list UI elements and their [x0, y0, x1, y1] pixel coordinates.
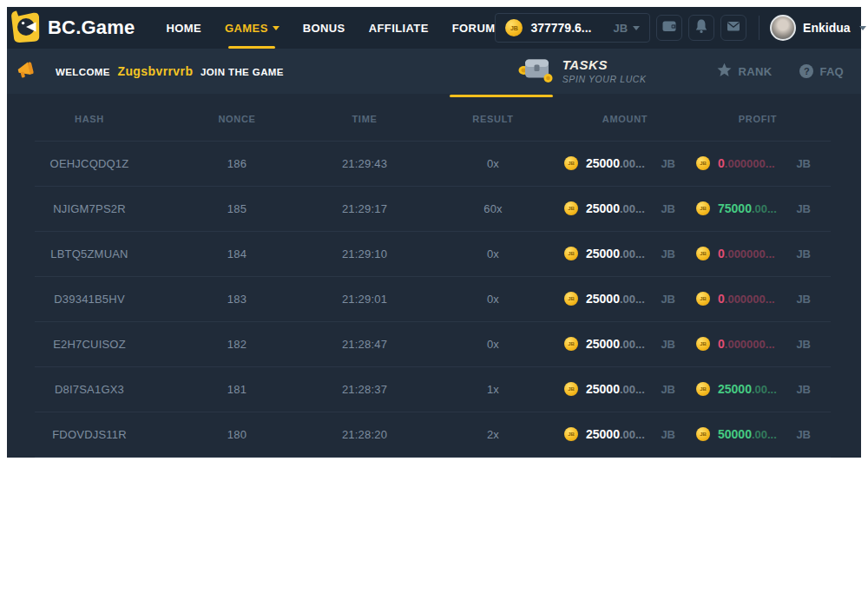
profit-cell: JB 0.000000... JB	[691, 291, 861, 306]
nav-item-affiliate[interactable]: AFFILIATE	[369, 7, 429, 49]
profit-main: 50000	[718, 427, 752, 441]
jb-coin-label: JB	[568, 251, 575, 256]
hash-cell: NJIGM7PS2R	[7, 202, 172, 215]
header-hash: HASH	[7, 114, 172, 124]
amount-value: 25000.00...	[586, 201, 645, 216]
amount-currency: JB	[661, 157, 675, 170]
jb-coin-icon: JB	[564, 382, 578, 396]
hash-cell: LBTQ5ZMUAN	[7, 247, 172, 260]
profit-currency: JB	[796, 383, 811, 396]
active-table-tab-indicator	[450, 95, 553, 97]
jb-coin-label: JB	[568, 296, 575, 301]
amount-decimals: .00...	[620, 202, 645, 215]
jb-coin-icon: JB	[696, 427, 710, 441]
main-menu: HOME GAMES BONUS AFFILIATE FORUM	[166, 7, 495, 49]
jb-coin-label: JB	[568, 161, 575, 166]
header-result: RESULT	[427, 114, 559, 124]
tasks-widget[interactable]: TASKS SPIN YOUR LUCK	[517, 55, 647, 88]
amount-decimals: .00...	[620, 338, 645, 351]
amount-currency: JB	[661, 293, 675, 306]
profit-value: 75000.00...	[718, 201, 777, 216]
jb-coin-icon: JB	[696, 247, 710, 260]
nonce-cell: 180	[172, 428, 302, 441]
wallet-button[interactable]	[656, 15, 682, 41]
hash-cell: D39341B5HV	[7, 293, 172, 306]
profit-main: 0	[718, 337, 725, 351]
nav-item-games[interactable]: GAMES	[225, 7, 279, 49]
amount-currency: JB	[661, 338, 675, 351]
header-amount: AMOUNT	[559, 114, 691, 124]
amount-currency: JB	[661, 247, 675, 260]
messages-button[interactable]	[720, 15, 746, 41]
nonce-cell: 183	[172, 293, 302, 306]
profit-cell: JB 75000.00... JB	[691, 201, 861, 216]
rank-button[interactable]: RANK	[716, 62, 773, 82]
envelope-icon	[725, 17, 742, 38]
chevron-down-icon	[273, 26, 279, 30]
nav-divider	[759, 16, 760, 40]
currency-label: JB	[613, 22, 628, 35]
amount-cell: JB 25000.00... JB	[559, 291, 691, 306]
notifications-button[interactable]	[688, 15, 714, 41]
hash-cell: OEHJCQDQ1Z	[7, 157, 172, 170]
profit-cell: JB 0.000000... JB	[691, 336, 861, 352]
amount-decimals: .00...	[620, 428, 645, 441]
welcome-username: Zugsbvrrvrb	[117, 64, 193, 78]
nonce-cell: 186	[172, 157, 302, 170]
brand-logo[interactable]: BC.Game	[10, 10, 135, 46]
username-label: Enkidua	[803, 21, 850, 35]
banner-actions: TASKS SPIN YOUR LUCK RANK ? FAQ	[517, 55, 849, 88]
jb-coin-label: JB	[700, 296, 707, 301]
amount-value: 25000.00...	[586, 381, 645, 397]
profit-decimals: .000000...	[725, 247, 775, 260]
table-row[interactable]: E2H7CUISOZ 182 21:28:47 0x JB 25000.00..…	[7, 321, 861, 366]
time-cell: 21:28:20	[302, 428, 427, 441]
nav-item-forum[interactable]: FORUM	[452, 7, 496, 49]
table-row[interactable]: NJIGM7PS2R 185 21:29:17 60x JB 25000.00.…	[7, 186, 861, 231]
nonce-cell: 184	[172, 247, 302, 260]
profit-currency: JB	[796, 293, 811, 306]
welcome-message: WELCOME Zugsbvrrvrb JOIN THE GAME	[16, 59, 284, 83]
profit-value: 0.000000...	[718, 336, 775, 352]
table-row[interactable]: LBTQ5ZMUAN 184 21:29:10 0x JB 25000.00..…	[7, 231, 861, 276]
profit-decimals: .000000...	[725, 338, 775, 351]
user-menu[interactable]: Enkidua	[770, 15, 865, 41]
jb-coin-label: JB	[568, 206, 575, 211]
table-row[interactable]: FDOVDJS11R 180 21:28:20 2x JB 25000.00..…	[7, 412, 861, 457]
jb-coin-label: JB	[700, 432, 707, 437]
amount-cell: JB 25000.00... JB	[559, 336, 691, 352]
profit-currency: JB	[796, 202, 811, 215]
tasks-title: TASKS	[562, 57, 647, 74]
table-row[interactable]: D8I7SA1GX3 181 21:28:37 1x JB 25000.00..…	[7, 366, 861, 412]
amount-main: 25000	[586, 156, 620, 170]
hash-cell: D8I7SA1GX3	[7, 383, 172, 396]
welcome-prefix: WELCOME	[56, 67, 110, 77]
amount-decimals: .00...	[620, 293, 645, 306]
welcome-suffix: JOIN THE GAME	[201, 67, 284, 77]
currency-dropdown[interactable]: JB	[613, 22, 640, 35]
jb-coin-icon: JB	[564, 427, 578, 441]
hash-cell: FDOVDJS11R	[7, 428, 172, 441]
jb-coin-icon: JB	[564, 292, 578, 306]
active-tab-underline	[228, 46, 275, 49]
bell-icon	[693, 17, 710, 38]
nav-item-home[interactable]: HOME	[166, 7, 201, 49]
profit-decimals: .000000...	[725, 293, 775, 306]
time-cell: 21:29:17	[302, 202, 427, 215]
table-rows: OEHJCQDQ1Z 186 21:29:43 0x JB 25000.00..…	[7, 141, 861, 458]
profit-currency: JB	[796, 428, 811, 441]
nav-item-bonus[interactable]: BONUS	[303, 7, 345, 49]
profit-main: 25000	[718, 382, 752, 396]
megaphone-icon	[16, 59, 38, 83]
table-row[interactable]: OEHJCQDQ1Z 186 21:29:43 0x JB 25000.00..…	[7, 141, 861, 186]
table-row[interactable]: D39341B5HV 183 21:29:01 0x JB 25000.00..…	[7, 276, 861, 321]
top-nav: BC.Game HOME GAMES BONUS AFFILIATE FORUM…	[7, 7, 861, 49]
jb-coin-icon: JB	[696, 292, 710, 306]
jb-coin-icon: JB	[564, 337, 578, 351]
jb-coin-label: JB	[700, 341, 707, 346]
profit-value: 0.000000...	[718, 155, 775, 171]
jb-coin-icon: JB	[564, 201, 578, 215]
faq-button[interactable]: ? FAQ	[799, 64, 844, 78]
amount-main: 25000	[586, 292, 620, 306]
balance-selector[interactable]: JB 377779.6... JB	[495, 13, 650, 43]
